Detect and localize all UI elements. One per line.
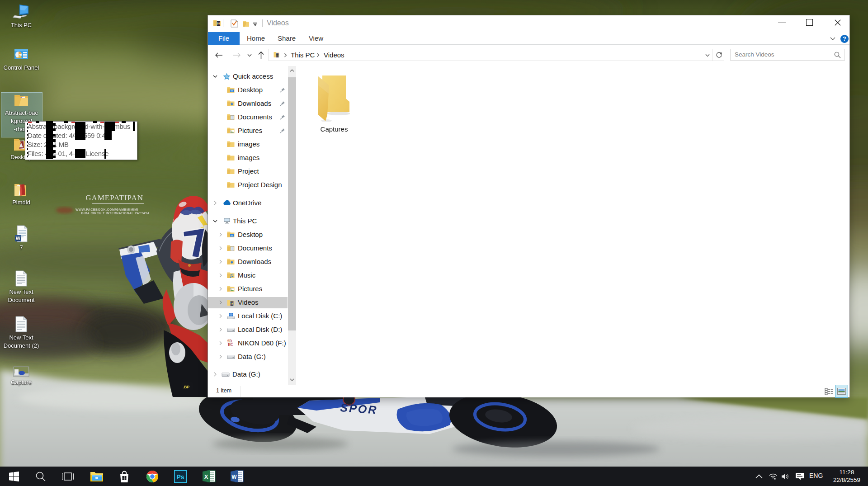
svg-text:W: W bbox=[231, 474, 237, 480]
svg-text:W: W bbox=[16, 236, 21, 241]
svg-text:X: X bbox=[204, 473, 208, 480]
svg-text:.BP: .BP bbox=[183, 385, 190, 389]
svg-text:SPOR: SPOR bbox=[340, 401, 378, 416]
svg-text:WWW.FACEBOOK.COM/GAMEMIMIMI: WWW.FACEBOOK.COM/GAMEMIMIMI bbox=[75, 208, 138, 211]
svg-text:BIRA CIRCUIT INTERNATIONAL PAT: BIRA CIRCUIT INTERNATIONAL PATTAYA bbox=[81, 212, 150, 215]
svg-text:HC: HC bbox=[228, 343, 233, 347]
svg-text:GAMEPATIPAN: GAMEPATIPAN bbox=[85, 193, 143, 202]
svg-text:Ps: Ps bbox=[176, 473, 184, 481]
